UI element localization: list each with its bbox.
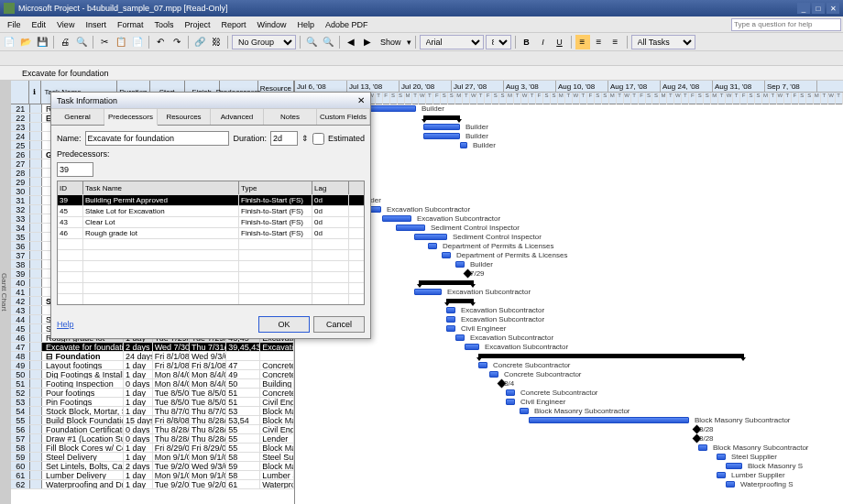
menu-tools[interactable]: Tools: [148, 20, 179, 29]
task-row[interactable]: 55 Build Block Foundation 15 days Fri 8/…: [11, 416, 294, 425]
gantt-row[interactable]: Excavation Subcontractor: [295, 343, 843, 352]
tab-predecessors[interactable]: Predecessors: [104, 109, 158, 126]
gantt-row[interactable]: Builder: [295, 123, 843, 132]
task-row[interactable]: 59 Steel Delivery 1 day Mon 9/1/08 Mon 9…: [11, 453, 294, 462]
predecessor-id-input[interactable]: [57, 162, 93, 177]
gantt-task-bar[interactable]: [460, 142, 467, 148]
menu-format[interactable]: Format: [112, 20, 149, 29]
menu-report[interactable]: Report: [215, 20, 251, 29]
gantt-task-bar[interactable]: [428, 243, 437, 249]
task-row[interactable]: 60 Set Lintels, Bolts, Cap Block 2 days …: [11, 462, 294, 471]
gantt-row[interactable]: Sediment Control Inspector: [295, 233, 843, 242]
task-row[interactable]: 58 Fill Block Cores w/ Concrete 1 day Fr…: [11, 444, 294, 453]
save-icon[interactable]: 💾: [35, 35, 49, 49]
cut-icon[interactable]: ✂: [97, 35, 112, 49]
cancel-button[interactable]: Cancel: [313, 316, 365, 333]
gantt-row[interactable]: [295, 279, 843, 288]
view-bar[interactable]: Gantt Chart: [0, 81, 11, 504]
gantt-row[interactable]: Steel Supplier: [295, 453, 843, 462]
underline-icon[interactable]: U: [553, 35, 567, 49]
menu-edit[interactable]: Edit: [27, 20, 52, 29]
gantt-row[interactable]: Builder: [295, 104, 843, 114]
pred-col-name[interactable]: Task Name: [83, 181, 239, 194]
gantt-row[interactable]: Excavation Subcontractor: [295, 288, 843, 297]
gantt-chart[interactable]: Jul 6, '08Jul 13, '08Jul 20, '08Jul 27, …: [295, 81, 843, 504]
pred-col-id[interactable]: ID: [58, 181, 83, 194]
gantt-task-bar[interactable]: [520, 408, 529, 414]
gantt-task-bar[interactable]: [382, 215, 411, 222]
gantt-row[interactable]: Concrete Subcontractor: [295, 389, 843, 398]
show-dropdown[interactable]: Show: [377, 38, 405, 47]
gantt-task-bar[interactable]: [446, 307, 455, 313]
gantt-row[interactable]: Concrete Subcontractor: [295, 361, 843, 370]
task-row[interactable]: 47 Excavate for foundation 2 days Wed 7/…: [11, 343, 294, 352]
gantt-task-bar[interactable]: [478, 362, 487, 368]
menu-window[interactable]: Window: [251, 20, 291, 29]
dialog-title-bar[interactable]: Task Information ✕: [51, 93, 370, 109]
task-row[interactable]: 62 Waterproofing and Drain Tile 1 day Tu…: [11, 480, 294, 489]
gantt-task-bar[interactable]: [414, 289, 442, 295]
gantt-row[interactable]: Block Masonry Subcontractor: [295, 407, 843, 416]
gantt-row[interactable]: [295, 114, 843, 123]
help-search-input[interactable]: [731, 18, 841, 31]
dialog-close-icon[interactable]: ✕: [357, 95, 365, 105]
gantt-row[interactable]: Department of Permits & Licenses: [295, 242, 843, 251]
tab-resources[interactable]: Resources: [158, 109, 211, 125]
gantt-task-bar[interactable]: [506, 399, 515, 405]
predecessor-row[interactable]: 46Rough grade lotFinish-to-Start (FS)0d: [58, 227, 364, 238]
redo-icon[interactable]: ↷: [170, 35, 184, 49]
gantt-task-bar[interactable]: [529, 417, 689, 423]
gantt-task-bar[interactable]: [446, 325, 455, 332]
gantt-task-bar[interactable]: [489, 371, 498, 378]
gantt-summary-bar[interactable]: [419, 280, 474, 285]
task-row[interactable]: 48 ⊟ Foundation 24 days Fri 8/1/08 Wed 9…: [11, 352, 294, 361]
print-preview-icon[interactable]: 🔍: [74, 35, 89, 49]
gantt-task-bar[interactable]: [455, 334, 465, 341]
align-left-icon[interactable]: ≡: [575, 35, 590, 49]
menu-help[interactable]: Help: [291, 20, 320, 29]
duration-spinner-icon[interactable]: ⇕: [301, 134, 309, 143]
gantt-row[interactable]: Sediment Control Inspector: [295, 224, 843, 233]
predecessor-row[interactable]: 45Stake Lot for ExcavationFinish-to-Star…: [58, 205, 364, 216]
gantt-summary-bar[interactable]: [446, 299, 474, 303]
gantt-row[interactable]: Excavation Subcontractor: [295, 205, 843, 214]
gantt-task-bar[interactable]: [446, 316, 455, 323]
gantt-task-bar[interactable]: [423, 133, 460, 139]
estimated-checkbox[interactable]: [312, 133, 324, 145]
gantt-row[interactable]: Civil Engineer: [295, 324, 843, 334]
minimize-button[interactable]: _: [797, 3, 810, 14]
column-id[interactable]: [11, 81, 29, 104]
gantt-summary-bar[interactable]: [423, 115, 460, 120]
gantt-task-bar[interactable]: [455, 261, 465, 268]
gantt-row[interactable]: Waterproofing S: [295, 480, 843, 489]
gantt-row[interactable]: Excavation Subcontractor: [295, 334, 843, 343]
gantt-row[interactable]: Excavation Subcontractor: [295, 214, 843, 224]
gantt-task-bar[interactable]: [506, 389, 515, 396]
paste-icon[interactable]: 📄: [130, 35, 145, 49]
gantt-row[interactable]: Builder: [295, 196, 843, 205]
menu-insert[interactable]: Insert: [80, 20, 112, 29]
gantt-summary-bar[interactable]: [478, 354, 744, 358]
task-row[interactable]: 57 Draw #1 (Location Survey) 0 days Thu …: [11, 434, 294, 444]
task-row[interactable]: 56 Foundation Certification 0 days Thu 8…: [11, 425, 294, 434]
outdent-icon[interactable]: ◀: [344, 35, 358, 49]
predecessor-row[interactable]: 43Clear LotFinish-to-Start (FS)0d: [58, 216, 364, 227]
gantt-task-bar[interactable]: [726, 481, 735, 488]
zoom-out-icon[interactable]: 🔍: [321, 35, 335, 49]
gantt-row[interactable]: Excavation Subcontractor: [295, 306, 843, 315]
gantt-row[interactable]: 8/28: [295, 425, 843, 434]
tab-general[interactable]: General: [51, 109, 104, 125]
bold-icon[interactable]: B: [520, 35, 534, 49]
tab-custom-fields[interactable]: Custom Fields: [317, 109, 370, 125]
menu-view[interactable]: View: [51, 20, 80, 29]
help-button[interactable]: Help: [57, 320, 74, 329]
font-select[interactable]: Arial: [420, 35, 484, 49]
gantt-task-bar[interactable]: [423, 124, 460, 130]
group-select[interactable]: No Group: [232, 35, 296, 49]
gantt-row[interactable]: Block Masonry Subcontractor: [295, 444, 843, 453]
indent-icon[interactable]: ▶: [360, 35, 375, 49]
duration-input[interactable]: [270, 131, 298, 146]
column-indicator[interactable]: ℹ: [29, 81, 40, 104]
gantt-task-bar[interactable]: [396, 225, 425, 231]
print-icon[interactable]: 🖨: [58, 35, 72, 49]
